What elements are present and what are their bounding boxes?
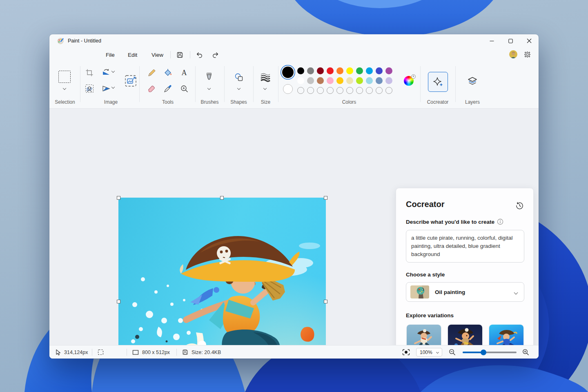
color-swatch[interactable] <box>366 67 373 74</box>
flip-dropdown[interactable] <box>110 85 116 89</box>
zoom-in-icon <box>522 349 529 356</box>
zoom-in-button[interactable] <box>522 345 529 359</box>
color-swatch[interactable] <box>346 67 353 74</box>
titlebar[interactable]: Paint - Untitled <box>49 34 539 47</box>
selection-handle-middle-left[interactable] <box>117 300 120 303</box>
group-label-brushes: Brushes <box>195 99 224 105</box>
prompt-input[interactable]: a little cute pirate, running, colorful,… <box>406 230 524 263</box>
ribbon-divider <box>278 66 278 102</box>
style-dropdown[interactable]: Oil painting <box>406 282 524 302</box>
text-tool-button[interactable]: A <box>178 67 190 79</box>
size-button[interactable] <box>259 71 272 83</box>
empty-color-swatch[interactable] <box>317 87 324 94</box>
brushes-button[interactable] <box>203 71 215 83</box>
account-avatar[interactable] <box>509 50 517 58</box>
menu-file[interactable]: File <box>101 50 120 60</box>
menu-view[interactable]: View <box>147 50 168 60</box>
fill-tool-button[interactable] <box>162 67 174 79</box>
color-swatch[interactable] <box>336 67 343 74</box>
eraser-tool-button[interactable] <box>145 82 158 95</box>
color-swatch[interactable] <box>327 67 334 74</box>
shapes-dropdown[interactable] <box>236 86 242 91</box>
empty-color-swatch[interactable] <box>307 87 314 94</box>
color-swatch[interactable] <box>356 77 363 84</box>
history-button[interactable] <box>514 200 524 210</box>
layers-button[interactable] <box>466 76 479 88</box>
selection-dropdown[interactable] <box>62 86 67 91</box>
magnifier-tool-button[interactable] <box>178 82 190 95</box>
foreground-color-swatch[interactable] <box>282 67 294 78</box>
selection-tool-button[interactable] <box>58 71 71 83</box>
color-swatch[interactable] <box>356 67 363 74</box>
shapes-button[interactable] <box>233 71 245 83</box>
empty-color-swatch[interactable] <box>297 87 304 94</box>
undo-button[interactable] <box>194 50 204 60</box>
color-swatch[interactable] <box>297 67 304 74</box>
cocreator-button[interactable] <box>428 72 448 92</box>
empty-color-swatch[interactable] <box>385 87 392 94</box>
magnifier-icon <box>180 85 189 93</box>
zoom-out-button[interactable] <box>449 345 456 359</box>
zoom-level-dropdown[interactable]: 100% <box>416 348 442 356</box>
color-swatch[interactable] <box>336 77 343 84</box>
remove-background-button[interactable] <box>83 82 96 95</box>
color-swatch[interactable] <box>366 77 373 84</box>
brushes-dropdown[interactable] <box>206 86 212 91</box>
canvas-image[interactable] <box>118 198 326 359</box>
color-swatch[interactable] <box>385 77 392 84</box>
color-swatch[interactable] <box>317 67 324 74</box>
fit-to-screen-button[interactable] <box>402 345 410 359</box>
close-button[interactable] <box>520 34 539 47</box>
color-swatch[interactable] <box>307 67 314 74</box>
background-color-swatch[interactable] <box>283 84 293 94</box>
style-label: Choose a style <box>406 272 445 278</box>
file-size: Size: 20.4KB <box>182 345 221 359</box>
svg-text:A: A <box>182 69 187 77</box>
save-button[interactable] <box>175 50 185 60</box>
empty-color-swatch[interactable] <box>336 87 343 94</box>
minimize-button[interactable] <box>482 34 501 47</box>
ribbon-divider <box>420 66 421 102</box>
empty-color-swatch[interactable] <box>346 87 353 94</box>
empty-color-swatch[interactable] <box>376 87 383 94</box>
ribbon-divider <box>80 66 80 102</box>
rotate-dropdown[interactable] <box>110 69 116 74</box>
selection-handle-top-right[interactable] <box>324 196 327 200</box>
rotate-icon <box>102 68 111 77</box>
resize-image-button[interactable] <box>123 74 138 88</box>
canvas-area[interactable]: Cocreator Describe what you'd like to cr… <box>49 109 539 345</box>
empty-color-swatch[interactable] <box>366 87 373 94</box>
selection-handle-middle-right[interactable] <box>324 300 327 303</box>
crop-button[interactable] <box>83 67 96 79</box>
redo-button[interactable] <box>211 50 220 60</box>
fit-screen-icon <box>402 349 410 356</box>
canvas-size: 800 x 512px <box>132 345 170 359</box>
empty-color-swatch[interactable] <box>327 87 334 94</box>
color-swatch[interactable] <box>327 77 334 84</box>
settings-button[interactable] <box>522 49 532 59</box>
selection-handle-top-left[interactable] <box>117 196 120 200</box>
color-swatch[interactable] <box>376 77 383 84</box>
cursor-position: 314,124px <box>55 345 88 359</box>
cursor-icon <box>55 349 61 356</box>
empty-color-swatch[interactable] <box>356 87 363 94</box>
pencil-tool-button[interactable] <box>145 67 158 79</box>
color-picker-tool-button[interactable] <box>162 82 174 95</box>
size-dropdown[interactable] <box>262 86 268 91</box>
eraser-icon <box>147 84 156 93</box>
color-swatch[interactable] <box>297 77 304 84</box>
resize-image-icon <box>125 75 137 87</box>
color-swatch[interactable] <box>317 77 324 84</box>
color-swatch[interactable] <box>376 67 383 74</box>
maximize-icon <box>508 39 513 43</box>
selection-handle-top-middle[interactable] <box>220 196 224 200</box>
color-swatch[interactable] <box>307 77 314 84</box>
maximize-button[interactable] <box>501 34 520 47</box>
remove-background-icon <box>85 84 94 93</box>
zoom-slider-thumb[interactable] <box>481 350 486 355</box>
zoom-slider[interactable] <box>463 352 517 353</box>
color-swatch[interactable] <box>346 77 353 84</box>
info-icon[interactable] <box>497 218 503 225</box>
color-swatch[interactable] <box>385 67 392 74</box>
group-label-image: Image <box>83 99 138 105</box>
